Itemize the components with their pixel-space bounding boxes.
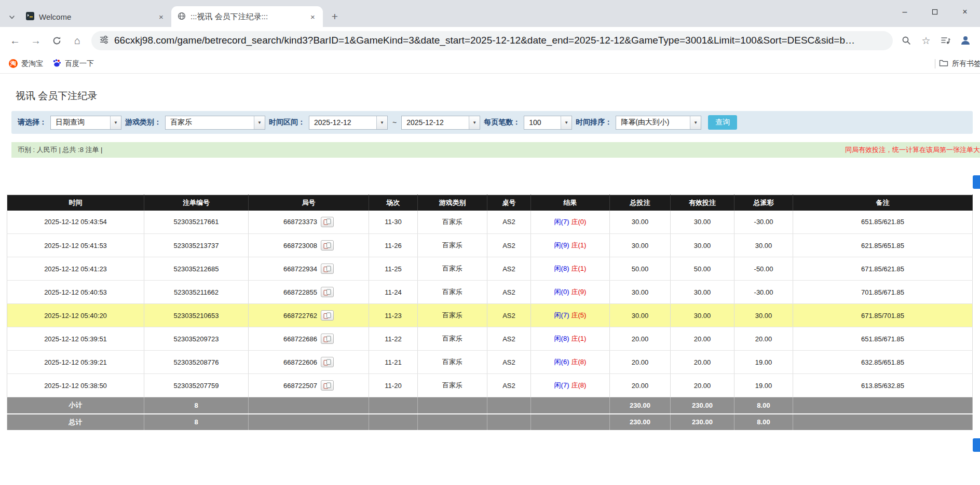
tab-bet-records[interactable]: :::视讯 会员下注纪录::: × [171, 6, 323, 27]
close-tab-icon[interactable]: × [308, 12, 318, 22]
result-player: 闲(7) [554, 218, 569, 226]
site-settings-icon[interactable] [100, 35, 108, 46]
close-window-button[interactable]: × [950, 0, 980, 24]
bookmark-star-icon[interactable]: ☆ [917, 31, 935, 50]
table-row[interactable]: 2025-12-12 05:41:53523035213737668723008… [7, 234, 973, 257]
cell-total-bet[interactable]: 20.00 [610, 374, 671, 397]
forward-icon[interactable]: → [26, 31, 46, 50]
table-row[interactable]: 2025-12-12 05:38:50523035207759668722507… [7, 374, 973, 397]
cell-session: 11-23 [369, 304, 418, 327]
empty-cell [369, 397, 418, 414]
cell-total-bet[interactable]: 30.00 [610, 281, 671, 304]
round-number: 668722934 [283, 265, 317, 273]
search-button[interactable]: 查询 [708, 115, 737, 130]
cell-total-bet[interactable]: 30.00 [610, 234, 671, 257]
cell-payout: -30.00 [734, 281, 793, 304]
chevron-down-icon[interactable]: ▼ [254, 116, 265, 129]
bookmark-baidu[interactable]: 百度一下 [48, 57, 99, 71]
cell-remark: 671.85/621.85 [793, 257, 973, 281]
chevron-down-icon[interactable]: ▼ [376, 116, 387, 129]
cell-total-bet[interactable]: 50.00 [610, 257, 671, 281]
view-cards-button[interactable] [321, 264, 334, 274]
view-cards-button[interactable] [321, 334, 334, 344]
cell-round: 668722507 [249, 374, 369, 397]
bookmark-aitaobao[interactable]: 淘 爱淘宝 [4, 57, 48, 71]
address-bar[interactable]: 66cxkj98.com/game/betrecord_search/kind3… [91, 31, 893, 50]
taobao-icon: 淘 [9, 59, 18, 68]
all-bookmarks-button[interactable]: 所有书签 [932, 54, 980, 73]
window-controls: – × [890, 0, 980, 24]
round-number: 668722507 [283, 382, 317, 390]
bet-records-table: 时间 注单编号 局号 场次 游戏类别 桌号 结果 总投注 有效投注 总派彩 备注… [7, 195, 973, 431]
date-range-label: 时间区间： [269, 118, 305, 127]
cell-table-no: AS2 [487, 281, 531, 304]
subtotal-valid-bet: 230.00 [671, 397, 734, 414]
close-tab-icon[interactable]: × [156, 12, 166, 22]
maximize-button[interactable] [920, 0, 950, 24]
empty-cell [418, 397, 487, 414]
table-row[interactable]: 2025-12-12 05:41:23523035212685668722934… [7, 257, 973, 281]
game-type-value: 百家乐 [166, 116, 254, 129]
cell-session: 11-21 [369, 351, 418, 374]
back-icon[interactable]: ← [5, 31, 25, 50]
page-size-select[interactable]: 100 ▼ [524, 116, 572, 130]
query-type-select[interactable]: 日期查询 ▼ [50, 116, 121, 130]
sort-select[interactable]: 降幂(由大到小) ▼ [616, 116, 701, 130]
cell-result: 闲(8)庄(1) [531, 257, 610, 281]
new-tab-button[interactable]: + [327, 9, 343, 24]
cell-total-bet[interactable]: 20.00 [610, 351, 671, 374]
cell-bet-id: 523035209723 [144, 327, 249, 351]
cell-session: 11-25 [369, 257, 418, 281]
view-cards-button[interactable] [321, 380, 334, 391]
view-cards-button[interactable] [321, 217, 334, 227]
subtotal-row: 小计 8 230.00 230.00 8.00 [7, 397, 973, 414]
scroll-indicator-bottom[interactable] [973, 438, 980, 452]
date-end-input[interactable]: 2025-12-12 ▼ [401, 116, 480, 130]
cell-valid-bet: 50.00 [671, 257, 734, 281]
reload-icon[interactable] [47, 31, 66, 50]
chevron-down-icon[interactable]: ▼ [469, 116, 480, 129]
cell-valid-bet: 30.00 [671, 234, 734, 257]
profile-avatar[interactable] [956, 31, 975, 50]
media-controls-icon[interactable] [936, 31, 955, 50]
cell-table-no: AS2 [487, 327, 531, 351]
total-count: 8 [144, 414, 249, 431]
home-icon[interactable]: ⌂ [67, 31, 87, 50]
cell-total-bet[interactable]: 20.00 [610, 327, 671, 351]
table-row[interactable]: 2025-12-12 05:40:53523035211662668722855… [7, 281, 973, 304]
cell-time: 2025-12-12 05:39:51 [7, 327, 144, 351]
cell-payout: 30.00 [734, 304, 793, 327]
table-row[interactable]: 2025-12-12 05:39:51523035209723668722686… [7, 327, 973, 351]
result-player: 闲(6) [554, 358, 569, 366]
game-type-select[interactable]: 百家乐 ▼ [165, 116, 265, 130]
round-number: 668722686 [283, 335, 317, 343]
tab-search-chevron-icon[interactable] [6, 11, 18, 23]
tab-welcome[interactable]: Welcome × [20, 6, 171, 27]
minimize-button[interactable]: – [890, 0, 920, 24]
view-cards-button[interactable] [321, 357, 334, 367]
cell-total-bet[interactable]: 30.00 [610, 211, 671, 234]
table-row[interactable]: 2025-12-12 05:40:20523035210653668722762… [7, 304, 973, 327]
table-row[interactable]: 2025-12-12 05:39:21523035208776668722606… [7, 351, 973, 374]
chevron-down-icon[interactable]: ▼ [690, 116, 701, 129]
result-banker: 庄(9) [571, 288, 587, 296]
round-number: 668722855 [283, 288, 317, 296]
date-start-input[interactable]: 2025-12-12 ▼ [309, 116, 388, 130]
scroll-indicator-top[interactable] [973, 175, 980, 189]
cell-total-bet[interactable]: 30.00 [610, 304, 671, 327]
bookmark-label: 百度一下 [65, 59, 94, 68]
chevron-down-icon[interactable]: ▼ [561, 116, 571, 129]
globe-icon [178, 12, 186, 22]
cell-remark: 613.85/632.85 [793, 374, 973, 397]
cell-payout: -30.00 [734, 211, 793, 234]
cell-time: 2025-12-12 05:38:50 [7, 374, 144, 397]
view-cards-button[interactable] [321, 287, 334, 297]
table-row[interactable]: 2025-12-12 05:43:54523035217661668723373… [7, 211, 973, 234]
cell-session: 11-24 [369, 281, 418, 304]
view-cards-button[interactable] [321, 310, 334, 321]
result-banker: 庄(1) [571, 241, 587, 249]
view-cards-button[interactable] [321, 240, 334, 251]
cell-valid-bet: 20.00 [671, 327, 734, 351]
zoom-icon[interactable] [897, 31, 916, 50]
chevron-down-icon[interactable]: ▼ [110, 116, 121, 129]
